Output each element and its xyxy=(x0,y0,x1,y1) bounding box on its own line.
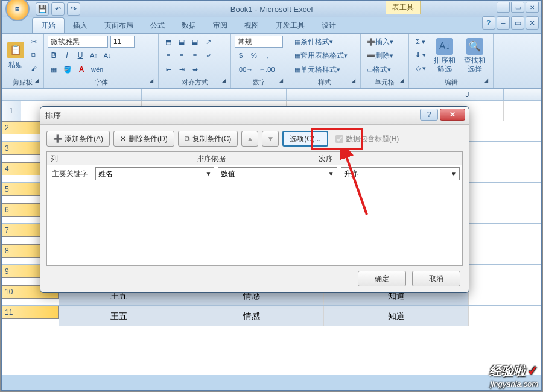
col-header[interactable] xyxy=(21,89,142,100)
border-icon[interactable]: ▦ xyxy=(48,63,60,75)
cell[interactable] xyxy=(469,183,541,203)
format-painter-icon[interactable]: 🖌 xyxy=(28,62,40,74)
font-name-combo[interactable]: 微软雅黑 xyxy=(48,36,108,48)
phonetic-icon[interactable]: wén xyxy=(89,63,106,75)
context-tab[interactable]: 表工具 xyxy=(386,1,421,14)
table-format-button[interactable]: ▦ 套用表格格式 ▾ xyxy=(292,49,358,62)
tab-home[interactable]: 开始 xyxy=(32,17,65,33)
bold-icon[interactable]: B xyxy=(48,49,60,62)
align-top-icon[interactable]: ⬒ xyxy=(162,36,174,48)
maximize-icon[interactable]: ▭ xyxy=(511,2,524,13)
ribbon-min-icon[interactable]: – xyxy=(497,16,510,30)
grow-font-icon[interactable]: A↑ xyxy=(87,49,100,62)
tab-review[interactable]: 审阅 xyxy=(205,18,236,33)
fill-color-icon[interactable]: 🪣 xyxy=(61,63,74,75)
cell[interactable] xyxy=(469,285,541,305)
copy-level-button[interactable]: ⧉复制条件(C) xyxy=(178,131,238,147)
dec-decimal-icon[interactable]: ←.00 xyxy=(256,63,277,75)
comma-icon[interactable]: , xyxy=(261,49,273,62)
find-select-button[interactable]: 🔍 查找和 选择 xyxy=(461,36,489,75)
shrink-font-icon[interactable]: A↓ xyxy=(101,49,114,62)
orientation-icon[interactable]: ↗ xyxy=(202,36,214,48)
currency-icon[interactable]: $ xyxy=(235,49,247,62)
dialog-close-icon[interactable]: ✕ xyxy=(440,109,465,121)
ok-button[interactable]: 确定 xyxy=(358,271,406,286)
paste-button[interactable]: 📋 粘贴 xyxy=(5,36,25,75)
sort-order-select[interactable]: 升序▼ xyxy=(341,167,460,180)
cond-format-button[interactable]: ▦ 条件格式 ▾ xyxy=(292,36,358,48)
insert-cells-button[interactable]: ➕ 插入 ▾ xyxy=(364,36,407,48)
cell[interactable] xyxy=(469,162,541,182)
italic-icon[interactable]: I xyxy=(61,49,73,62)
cell[interactable] xyxy=(469,142,541,162)
cell[interactable]: 王五 xyxy=(59,306,179,326)
align-center-icon[interactable]: ≡ xyxy=(176,49,188,62)
wrap-icon[interactable]: ⤶ xyxy=(202,49,214,62)
align-bottom-icon[interactable]: ⬓ xyxy=(189,36,201,48)
indent-inc-icon[interactable]: ⇥ xyxy=(176,63,188,75)
number-format-combo[interactable]: 常规 xyxy=(235,36,283,48)
cut-icon[interactable]: ✂ xyxy=(28,36,40,48)
add-level-button[interactable]: ➕添加条件(A) xyxy=(46,131,110,147)
cell[interactable] xyxy=(469,224,541,244)
align-left-icon[interactable]: ≡ xyxy=(162,49,174,62)
tab-data[interactable]: 数据 xyxy=(173,18,205,33)
sort-on-header: 排序依据 xyxy=(193,152,315,165)
cell[interactable] xyxy=(469,203,541,223)
qat-redo-icon[interactable]: ↷ xyxy=(67,2,80,16)
has-header-checkbox[interactable]: 数据包含标题(H) xyxy=(335,134,399,144)
cell[interactable]: 知道 xyxy=(324,306,469,326)
col-header[interactable] xyxy=(287,89,431,100)
clear-icon[interactable]: ◇ ▾ xyxy=(413,62,428,74)
copy-icon[interactable]: ⧉ xyxy=(28,49,40,61)
ribbon-rest-icon[interactable]: ▭ xyxy=(511,16,524,30)
col-header-j[interactable]: J xyxy=(431,89,504,100)
select-all-corner[interactable] xyxy=(2,89,21,100)
qat-undo-icon[interactable]: ↶ xyxy=(51,2,65,16)
cell[interactable] xyxy=(469,265,541,285)
fill-icon[interactable]: ⬇ ▾ xyxy=(413,49,428,61)
tab-dev[interactable]: 开发工具 xyxy=(267,18,313,33)
dialog-help-icon[interactable]: ? xyxy=(420,109,438,121)
sort-column-select[interactable]: 姓名▼ xyxy=(95,167,214,180)
tab-formula[interactable]: 公式 xyxy=(142,18,173,33)
inc-decimal-icon[interactable]: .00→ xyxy=(235,63,255,75)
close-icon[interactable]: ✕ xyxy=(526,2,539,13)
sort-filter-button[interactable]: A↓ 排序和 筛选 xyxy=(431,36,459,75)
sort-on-select[interactable]: 数值▼ xyxy=(218,167,337,180)
move-down-button[interactable]: ▼ xyxy=(262,131,279,147)
move-up-button[interactable]: ▲ xyxy=(241,131,258,147)
delete-cells-button[interactable]: ➖ 删除 ▾ xyxy=(364,49,407,62)
autosum-icon[interactable]: Σ ▾ xyxy=(413,36,428,48)
font-size-combo[interactable]: 11 xyxy=(110,36,135,48)
help-icon[interactable]: ? xyxy=(482,16,495,30)
cancel-button[interactable]: 取消 xyxy=(412,271,460,286)
ribbon-close-icon[interactable]: ✕ xyxy=(526,16,539,30)
tab-view[interactable]: 视图 xyxy=(236,18,267,33)
options-button[interactable]: 选项(O)... xyxy=(282,131,328,147)
cell-style-button[interactable]: ▦ 单元格样式 ▾ xyxy=(292,63,358,75)
dialog-title: 排序 xyxy=(45,110,61,121)
col-header[interactable] xyxy=(142,89,287,100)
format-cells-button[interactable]: ▭ 格式 ▾ xyxy=(364,63,407,75)
grid-row: 11王五情感知道 xyxy=(2,306,541,326)
cell[interactable] xyxy=(469,121,541,141)
row-header[interactable]: 11 xyxy=(2,306,59,319)
align-middle-icon[interactable]: ⬓ xyxy=(176,36,188,48)
indent-dec-icon[interactable]: ⇤ xyxy=(162,63,174,75)
tab-design[interactable]: 设计 xyxy=(313,18,345,33)
tab-layout[interactable]: 页面布局 xyxy=(96,18,142,33)
minimize-icon[interactable]: – xyxy=(497,2,510,13)
cell[interactable]: 情感 xyxy=(179,306,324,326)
qat-save-icon[interactable]: 💾 xyxy=(36,2,49,16)
delete-level-button[interactable]: ✕删除条件(D) xyxy=(113,131,174,147)
font-color-icon[interactable]: A xyxy=(75,63,87,75)
percent-icon[interactable]: % xyxy=(248,49,260,62)
align-right-icon[interactable]: ≡ xyxy=(189,49,201,62)
cell[interactable] xyxy=(469,306,541,326)
merge-icon[interactable]: ⬌ xyxy=(189,63,201,75)
tab-insert[interactable]: 插入 xyxy=(65,18,96,33)
cell[interactable] xyxy=(469,244,541,264)
underline-icon[interactable]: U xyxy=(74,49,86,62)
dialog-titlebar[interactable]: 排序 ? ✕ xyxy=(40,107,469,125)
